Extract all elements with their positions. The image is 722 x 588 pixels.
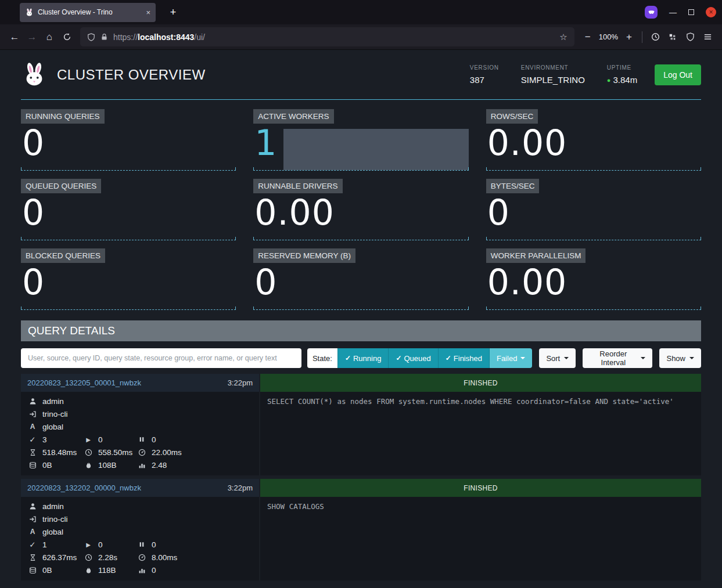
stat-label: ACTIVE WORKERS xyxy=(253,109,333,124)
completed-splits-icon: ✓ xyxy=(28,540,37,549)
parallelism: 2.48 xyxy=(152,461,167,470)
parallelism-icon xyxy=(137,461,146,469)
url-host: localhost:8443 xyxy=(138,33,194,42)
environment-label: ENVIRONMENT xyxy=(521,64,585,71)
running-splits-icon: ▶ xyxy=(84,542,93,548)
parallelism-icon xyxy=(137,567,146,574)
new-tab-button[interactable]: + xyxy=(165,4,181,20)
sparkline-chart xyxy=(21,307,236,310)
query-card: 20220823_132202_00000_nwbzk 3:22pm FINIS… xyxy=(21,479,701,580)
query-id-link[interactable]: 20220823_132202_00000_nwbzk xyxy=(27,484,141,492)
stat-card-blocked-queries: BLOCKED QUERIES 0 xyxy=(21,248,236,310)
extension-badge-icon[interactable] xyxy=(645,6,658,19)
queued-splits-icon xyxy=(137,436,146,443)
stat-label: QUEUED QUERIES xyxy=(21,179,101,193)
tab-title: Cluster Overview - Trino xyxy=(38,8,142,16)
extension-icon[interactable] xyxy=(664,28,681,46)
query-resource-group: global xyxy=(42,423,63,431)
sparkline-chart xyxy=(253,307,468,310)
check-icon: ✓ xyxy=(345,354,351,362)
stat-value: 0.00 xyxy=(254,193,335,233)
lock-icon[interactable] xyxy=(100,33,108,41)
stat-label: RUNNING QUERIES xyxy=(21,109,105,124)
query-stats-panel: admin trino-cli Aglobal ✓1 ▶0 0 626.37ms… xyxy=(21,497,259,580)
query-card: 20220823_132205_00001_nwbzk 3:22pm FINIS… xyxy=(21,374,701,475)
state-filter-queued-button[interactable]: ✓Queued xyxy=(388,348,437,368)
window-maximize-button[interactable] xyxy=(688,9,694,15)
tab-favicon-trino-icon xyxy=(25,8,34,17)
resource-group-icon: A xyxy=(28,528,37,536)
sparkline-chart xyxy=(486,237,701,240)
window-close-button[interactable]: × xyxy=(706,7,716,17)
total-time-icon xyxy=(84,449,93,456)
window-minimize-button[interactable]: — xyxy=(669,8,677,17)
query-status-bar: FINISHED xyxy=(260,479,701,497)
show-dropdown[interactable]: Show xyxy=(659,348,701,368)
url-path: /ui/ xyxy=(194,33,205,42)
url-bar[interactable]: https://localhost:8443/ui/ ☆ xyxy=(80,27,574,46)
query-status-bar: FINISHED xyxy=(260,374,701,392)
sort-dropdown[interactable]: Sort xyxy=(539,348,576,368)
stat-label: WORKER PARALLELISM xyxy=(486,248,586,263)
query-header: 20220823_132205_00001_nwbzk 3:22pm xyxy=(21,374,259,392)
back-icon[interactable]: ← xyxy=(6,28,23,46)
state-filter-finished-button[interactable]: ✓Finished xyxy=(438,348,489,368)
stat-value: 0.00 xyxy=(487,262,567,302)
sparkline-chart xyxy=(253,168,468,171)
zoom-out-icon[interactable]: − xyxy=(579,28,597,46)
queued-splits-icon xyxy=(137,541,146,548)
query-time: 3:22pm xyxy=(228,484,253,492)
logout-button[interactable]: Log Out xyxy=(655,64,701,85)
tab-close-icon[interactable]: × xyxy=(146,8,150,17)
reorder-interval-dropdown[interactable]: Reorder Interval xyxy=(583,348,652,368)
stat-label: RUNNABLE DRIVERS xyxy=(253,179,342,193)
stat-label: BYTES/SEC xyxy=(486,179,540,193)
protection-shield-icon[interactable] xyxy=(681,28,699,46)
zoom-in-icon[interactable]: + xyxy=(620,28,638,46)
bookmark-star-icon[interactable]: ☆ xyxy=(559,32,567,42)
cumulative-memory-icon xyxy=(84,567,93,574)
cpu-time-icon xyxy=(137,554,146,561)
resource-group-icon: A xyxy=(28,423,37,431)
chevron-down-icon xyxy=(689,357,694,359)
queued-splits: 0 xyxy=(152,435,156,444)
stat-card-reserved-memory: RESERVED MEMORY (B) 0 xyxy=(253,248,468,310)
tracking-shield-icon[interactable] xyxy=(87,33,95,41)
completed-splits-icon: ✓ xyxy=(28,435,37,444)
history-clock-icon[interactable] xyxy=(646,28,664,46)
chevron-down-icon xyxy=(564,357,569,359)
state-filter-failed-dropdown[interactable]: Failed xyxy=(489,348,532,368)
state-filter-running-button[interactable]: ✓Running xyxy=(337,348,389,368)
zoom-level[interactable]: 100% xyxy=(597,33,620,41)
current-memory-icon xyxy=(28,461,37,469)
running-splits-icon: ▶ xyxy=(84,437,93,443)
query-source: trino-cli xyxy=(42,410,68,419)
uptime-label: UPTIME xyxy=(607,64,637,71)
running-splits: 0 xyxy=(98,435,103,444)
hamburger-menu-icon[interactable] xyxy=(699,28,716,46)
query-id-link[interactable]: 20220823_132205_00001_nwbzk xyxy=(27,378,141,387)
environment-block: ENVIRONMENT SIMPLE_TRINO xyxy=(521,64,585,85)
sparkline-chart xyxy=(486,307,701,310)
trino-bunny-logo-icon xyxy=(21,62,48,88)
query-time: 3:22pm xyxy=(228,378,253,387)
stat-card-worker-parallelism: WORKER PARALLELISM 0.00 xyxy=(486,248,701,310)
version-value: 387 xyxy=(470,75,499,85)
wall-time-icon xyxy=(28,449,37,456)
home-icon[interactable]: ⌂ xyxy=(41,28,58,46)
stat-label: BLOCKED QUERIES xyxy=(21,248,105,263)
query-header: 20220823_132202_00000_nwbzk 3:22pm xyxy=(21,479,259,497)
stat-value: 0 xyxy=(254,262,277,302)
sparkline-chart xyxy=(21,237,236,240)
source-icon xyxy=(28,410,37,418)
browser-tab[interactable]: Cluster Overview - Trino × xyxy=(20,3,156,22)
query-search-input[interactable] xyxy=(21,348,301,368)
total-time: 2.28s xyxy=(98,553,117,562)
completed-splits: 1 xyxy=(42,540,47,549)
user-icon xyxy=(28,503,37,510)
forward-icon[interactable]: → xyxy=(23,28,41,46)
browser-tab-bar: Cluster Overview - Trino × + — × xyxy=(0,0,722,24)
stat-label: RESERVED MEMORY (B) xyxy=(253,248,355,263)
reload-icon[interactable] xyxy=(58,28,76,46)
browser-navbar: ← → ⌂ https://localhost:8443/ui/ ☆ − 100… xyxy=(0,24,722,50)
